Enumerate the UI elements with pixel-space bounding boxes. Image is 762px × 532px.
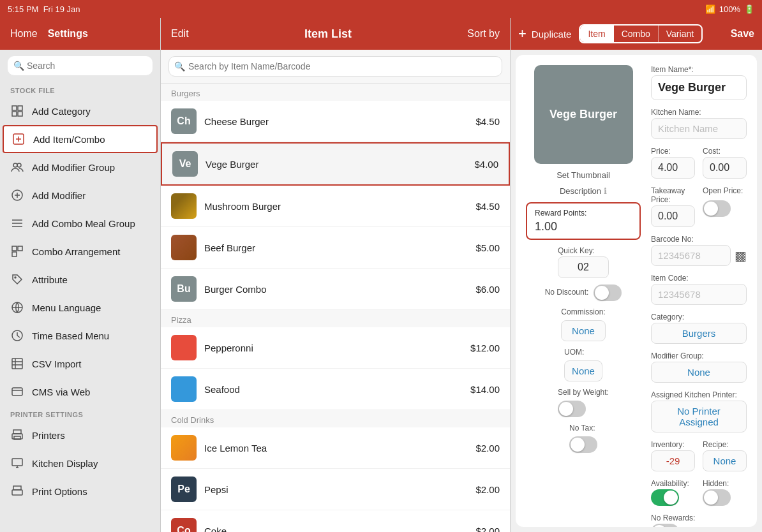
stock-file-section-label: STOCK FILE (0, 82, 160, 97)
svg-rect-36 (12, 490, 22, 495)
barcode-no-input[interactable]: 12345678 (651, 245, 731, 266)
reward-points-value[interactable]: 1.00 (535, 220, 632, 233)
tab-combo[interactable]: Combo (614, 26, 659, 42)
category-value[interactable]: Burgers (651, 323, 747, 344)
barcode-no-label: Barcode No: (651, 235, 747, 244)
sidebar-item-add-category[interactable]: Add Category (0, 97, 160, 125)
list-item[interactable]: Beef Burger $5.00 (161, 227, 510, 269)
sidebar-item-csv-import[interactable]: CSV Import (0, 350, 160, 378)
item-image-thumbnail[interactable]: Vege Burger (534, 65, 633, 164)
availability-label: Availability: (651, 479, 695, 488)
tag-icon (10, 272, 24, 286)
modifier-group-value[interactable]: None (651, 362, 747, 383)
sidebar-item-print-options[interactable]: Print Options (0, 477, 160, 505)
list-item[interactable]: Seafood $14.00 (161, 369, 510, 410)
sidebar-item-attribute[interactable]: Attribute (0, 265, 160, 293)
right-header: + Duplicate Item Combo Variant Save (511, 18, 762, 50)
sidebar-item-printers[interactable]: Printers (0, 421, 160, 449)
globe-icon (10, 300, 24, 314)
sidebar-item-add-item-combo[interactable]: Add Item/Combo (3, 125, 158, 153)
sidebar-item-add-combo-meal-group[interactable]: Add Combo Meal Group (0, 209, 160, 237)
sidebar-item-add-modifier[interactable]: Add Modifier (0, 181, 160, 209)
sell-by-weight-row: Sell by Weight: (558, 388, 609, 417)
list-item[interactable]: Co Coke $2.00 (161, 510, 510, 532)
sidebar-header: Home Settings (0, 18, 160, 50)
edit-button[interactable]: Edit (171, 28, 189, 40)
add-plus-button[interactable]: + (518, 26, 527, 42)
svg-rect-29 (13, 430, 21, 434)
modifier-group-field: Modifier Group: None (651, 351, 747, 383)
tab-item[interactable]: Item (580, 26, 613, 42)
recipe-value[interactable]: None (703, 450, 747, 471)
web-icon (10, 385, 24, 399)
home-link[interactable]: Home (10, 28, 38, 40)
assigned-printer-value[interactable]: No Printer Assigned (651, 401, 747, 432)
sidebar-item-label: Time Based Menu (32, 330, 109, 341)
item-thumbnail: Bu (171, 276, 197, 302)
item-thumbnail: Co (171, 518, 197, 532)
svg-point-7 (13, 163, 17, 167)
arrange-icon (10, 244, 24, 258)
set-thumbnail-label[interactable]: Set Thumbnail (557, 170, 610, 180)
item-search-input[interactable] (168, 56, 502, 77)
uom-value[interactable]: None (564, 360, 602, 381)
cost-input[interactable]: 0.00 (703, 157, 747, 179)
barcode-scan-icon[interactable]: ▩ (735, 248, 747, 263)
inventory-value[interactable]: -29 (651, 450, 695, 471)
open-price-toggle[interactable] (703, 200, 731, 217)
item-code-field: Item Code: 12345678 (651, 274, 747, 305)
sidebar-search-input[interactable] (8, 56, 153, 75)
price-cost-row: Price: 4.00 Cost: 0.00 (651, 147, 747, 180)
save-button[interactable]: Save (731, 28, 754, 40)
list-item-vege-burger[interactable]: Ve Vege Burger $4.00 (161, 142, 510, 186)
printer-settings-section-label: PRINTER SETTINGS (0, 406, 160, 421)
sidebar-item-menu-language[interactable]: Menu Language (0, 293, 160, 321)
tab-variant[interactable]: Variant (659, 26, 701, 42)
sell-by-weight-label: Sell by Weight: (558, 388, 609, 397)
availability-toggle[interactable] (651, 489, 679, 506)
sidebar-item-kitchen-display[interactable]: Kitchen Display (0, 449, 160, 477)
kitchen-name-field: Kitchen Name: Kitchen Name (651, 108, 747, 139)
commission-field: Commission: None (561, 307, 605, 341)
hidden-label: Hidden: (703, 479, 747, 488)
takeaway-openprice-row: Takeaway Price: 0.00 Open Price: (651, 186, 747, 228)
no-rewards-row: No Rewards: (651, 514, 747, 527)
sell-by-weight-toggle[interactable] (558, 401, 586, 417)
svg-line-22 (17, 336, 20, 337)
list-item[interactable]: Pepperonni $12.00 (161, 327, 510, 369)
hidden-toggle[interactable] (703, 489, 731, 506)
takeaway-price-input[interactable]: 0.00 (651, 205, 695, 227)
section-label-cold-drinks: Cold Drinks (161, 410, 510, 427)
list-item[interactable]: Ice Lemon Tea $2.00 (161, 427, 510, 469)
sidebar-item-time-based-menu[interactable]: Time Based Menu (0, 321, 160, 350)
availability-hidden-row: Availability: Hidden: (651, 479, 747, 507)
no-discount-toggle[interactable] (594, 284, 622, 301)
sort-by-button[interactable]: Sort by (467, 28, 500, 40)
list-item[interactable]: Pe Pepsi $2.00 (161, 469, 510, 510)
kitchen-name-input[interactable]: Kitchen Name (651, 118, 747, 139)
quick-key-value[interactable]: 02 (558, 256, 609, 278)
sidebar-item-label: Add Modifier (32, 190, 86, 201)
list-item[interactable]: Ch Cheese Burger $4.50 (161, 101, 510, 142)
item-thumbnail (171, 435, 197, 461)
no-tax-toggle[interactable] (569, 436, 597, 453)
open-price-label: Open Price: (703, 186, 747, 195)
sidebar-search-area: 🔍 (0, 50, 160, 82)
sidebar-item-add-modifier-group[interactable]: Add Modifier Group (0, 153, 160, 181)
sidebar-item-cms-via-web[interactable]: CMS via Web (0, 378, 160, 406)
duplicate-button[interactable]: Duplicate (532, 29, 572, 40)
no-tax-row: No Tax: (569, 424, 597, 453)
item-code-input[interactable]: 12345678 (651, 284, 747, 305)
item-name-input[interactable] (651, 75, 747, 100)
item-thumbnail: Ch (171, 108, 197, 134)
list-item[interactable]: Bu Burger Combo $6.00 (161, 269, 510, 310)
no-discount-row: No Discount: (545, 284, 622, 301)
price-input[interactable]: 4.00 (651, 157, 695, 179)
commission-value[interactable]: None (561, 320, 605, 341)
no-rewards-toggle[interactable] (651, 524, 679, 527)
sidebar-item-combo-arrangement[interactable]: Combo Arrangement (0, 237, 160, 265)
svg-rect-3 (18, 112, 22, 116)
people-icon (10, 160, 24, 174)
list-item[interactable]: Mushroom Burger $4.50 (161, 186, 510, 227)
battery-icon: 🔋 (744, 4, 754, 14)
